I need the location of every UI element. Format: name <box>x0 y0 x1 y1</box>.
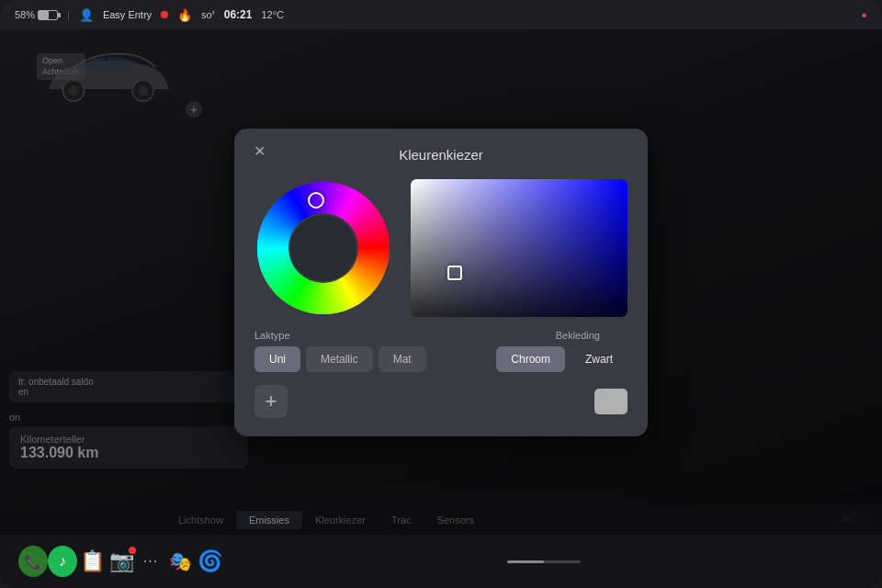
person-icon: 👤 <box>79 8 94 22</box>
laktype-label: Laktype <box>254 330 290 341</box>
section-labels-row: Laktype Bekleding <box>254 330 628 341</box>
temp-display: 12°C <box>261 9 284 20</box>
clock-display: 06:21 <box>224 8 253 21</box>
tab-spotify[interactable]: ♪ <box>48 547 77 576</box>
saturation-box[interactable] <box>411 179 628 317</box>
modal-close-button[interactable]: ✕ <box>249 141 269 162</box>
bekleding-label: Bekleding <box>556 330 600 341</box>
laktype-btn-group: Uni Metallic Mat <box>254 346 426 372</box>
tab-camera[interactable]: 📷 <box>107 547 136 576</box>
battery-percent: 58% <box>15 9 35 20</box>
saturation-indicator <box>447 266 462 280</box>
status-right-icons: ● <box>861 9 867 20</box>
camera-notification-dot <box>129 547 136 554</box>
ac-temp-label: soᶠ <box>201 9 215 21</box>
progress-bar <box>507 560 581 563</box>
bottom-taskbar: 📞 ♪ 📋 📷 ··· 🎭 🌀 <box>0 535 882 588</box>
battery-indicator: 58% <box>15 9 58 20</box>
wheel-indicator <box>308 192 324 209</box>
btn-mat[interactable]: Mat <box>379 346 426 372</box>
progress-fill <box>507 560 544 563</box>
brand-icon: ● <box>861 9 867 20</box>
easy-entry-label: Easy Entry <box>103 9 152 20</box>
fan-icon: 🌀 <box>198 549 222 573</box>
recording-dot <box>161 11 168 18</box>
phone-icon-circle: 📞 <box>18 546 48 577</box>
tab-notes[interactable]: 📋 <box>77 547 107 576</box>
add-color-button[interactable]: + <box>254 385 288 418</box>
battery-icon <box>38 10 58 20</box>
modal-controls: Uni Metallic Mat Chroom Zwart <box>254 346 628 372</box>
apps-icon: 🎭 <box>169 550 192 572</box>
status-sep-1: | <box>67 9 70 20</box>
flame-icon: 🔥 <box>177 8 192 22</box>
btn-metallic[interactable]: Metallic <box>306 346 373 372</box>
spotify-icon-circle: ♪ <box>48 546 77 577</box>
btn-zwart[interactable]: Zwart <box>571 346 628 372</box>
color-wheel-wrapper[interactable] <box>254 179 392 317</box>
modal-footer: + <box>254 385 628 418</box>
progress-area <box>224 560 864 563</box>
color-swatch-preview <box>594 389 628 414</box>
status-bar: 58% | 👤 Easy Entry 🔥 soᶠ 06:21 12°C ● <box>0 0 882 29</box>
btn-chroom[interactable]: Chroom <box>496 346 565 372</box>
bekleding-btn-group: Chroom Zwart <box>496 346 628 372</box>
modal-body <box>254 179 628 317</box>
more-icon: ··· <box>143 553 158 570</box>
modal-overlay: ✕ Kleurenkiezer Laktype Bekled <box>0 29 882 535</box>
notes-icon: 📋 <box>80 549 105 573</box>
spotify-icon: ♪ <box>59 553 66 570</box>
modal-title: Kleurenkiezer <box>254 147 628 163</box>
phone-icon: 📞 <box>24 553 42 571</box>
tab-phone[interactable]: 📞 <box>18 547 48 576</box>
btn-uni[interactable]: Uni <box>254 346 300 372</box>
color-picker-modal: ✕ Kleurenkiezer Laktype Bekled <box>234 129 648 436</box>
tab-fan[interactable]: 🌀 <box>195 547 224 576</box>
tab-more[interactable]: ··· <box>136 547 165 576</box>
tab-apps[interactable]: 🎭 <box>165 547 195 576</box>
